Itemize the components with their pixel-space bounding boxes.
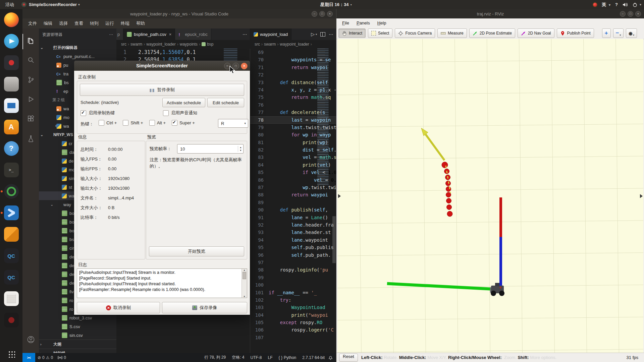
tree-item[interactable]: ⌄ 打开的编辑器 xyxy=(39,43,116,52)
menu-item[interactable]: Help xyxy=(374,20,389,26)
dock-item[interactable] xyxy=(0,95,22,116)
log-scrollbar[interactable]: ▲ ▼ xyxy=(241,269,247,298)
hotkey-select[interactable]: R▾ xyxy=(218,119,248,128)
menu-item[interactable]: 转到 xyxy=(87,19,102,27)
scroll-thumb[interactable] xyxy=(243,272,246,279)
breadcrumb-item[interactable]: swarm xyxy=(130,42,142,47)
dock-item[interactable] xyxy=(0,181,22,202)
dock-item[interactable] xyxy=(0,31,22,52)
breadcrumb-file[interactable]: bsp xyxy=(207,42,213,47)
rviz-title-bar[interactable]: traj.rviz - RViz − □ × xyxy=(336,9,644,18)
modifier-checkbox[interactable]: Shift + xyxy=(123,120,143,126)
tab-fragment[interactable]: p xyxy=(116,28,123,40)
spin-down-icon[interactable]: ▼ xyxy=(239,149,242,152)
dock-item[interactable] xyxy=(0,159,22,181)
maximize-button[interactable]: □ xyxy=(319,11,325,17)
save-recording-button[interactable]: 保存录像 xyxy=(162,302,247,313)
breadcrumb-item[interactable]: swarm xyxy=(264,42,276,47)
app-menu-button[interactable]: SimpleScreenRecorder xyxy=(29,2,77,7)
test-beaker-icon[interactable] xyxy=(22,131,39,146)
rviz-3d-viewport[interactable] xyxy=(337,39,643,353)
hotkey-enable-checkbox[interactable]: 启用录制热键 xyxy=(80,110,115,116)
maximize-button[interactable]: □ xyxy=(628,11,633,17)
start-preview-button[interactable]: 开始预览 xyxy=(149,246,244,256)
problems-indicator[interactable]: ⊘0 ⚠0 xyxy=(35,355,55,360)
eol[interactable]: LF xyxy=(266,355,275,360)
scroll-up-icon[interactable]: ▲ xyxy=(243,269,246,271)
sound-notify-checkbox[interactable]: 启用声音通知 xyxy=(163,110,197,116)
breadcrumb-item[interactable]: waypoint_loader xyxy=(146,42,175,47)
close-button[interactable]: × xyxy=(327,11,333,17)
tab-waypoint-loader[interactable]: waypoint_load xyxy=(250,28,291,40)
tree-item[interactable]: S.csv xyxy=(39,322,116,331)
menu-item[interactable]: 终端 xyxy=(118,19,132,27)
menu-item[interactable]: 文件 xyxy=(25,19,40,27)
python-interpreter[interactable]: 2.7.17 64-bit xyxy=(300,355,327,360)
log-box[interactable]: [PulseAudioInput::InputThread] Stream is… xyxy=(77,268,247,298)
preview-framerate-input[interactable]: 10 ▲▼ xyxy=(177,144,244,154)
dock-item[interactable] xyxy=(0,138,22,159)
activate-schedule-button[interactable]: Activate schedule xyxy=(162,98,205,107)
tree-item[interactable]: pure_pursuit.c... xyxy=(39,52,116,61)
interact-tool-button[interactable]: Interact xyxy=(338,28,366,38)
dock-item[interactable] xyxy=(0,245,22,266)
run-debug-icon[interactable] xyxy=(22,92,39,107)
encoding[interactable]: UTF-8 xyxy=(248,355,264,360)
bell-icon[interactable] xyxy=(328,355,333,360)
dock-item[interactable] xyxy=(0,309,22,331)
edit-schedule-button[interactable]: Edit schedule xyxy=(207,98,244,107)
spin-up-icon[interactable]: ▲ xyxy=(239,146,242,149)
tab-epuck[interactable]: epuck_robc xyxy=(175,28,211,40)
tree-item[interactable]: › 大纲 xyxy=(39,340,116,349)
menu-item[interactable]: Panels xyxy=(354,20,373,26)
publish-point-button[interactable]: Publish Point xyxy=(557,28,594,38)
modifier-checkbox[interactable]: Alt + xyxy=(149,120,166,126)
source-control-icon[interactable] xyxy=(22,72,39,87)
minimap-right[interactable] xyxy=(317,49,331,186)
breadcrumb-item[interactable]: waypoints xyxy=(180,42,198,47)
editor-actions-more-icon[interactable]: ⋯ xyxy=(243,32,247,37)
nav-goal-button[interactable]: 2D Nav Goal xyxy=(518,28,554,38)
tool-properties-button[interactable]: ◉▾ xyxy=(626,28,637,38)
accounts-icon[interactable] xyxy=(22,332,39,347)
breadcrumb-item[interactable]: waypoint_loader xyxy=(280,42,309,47)
dock-item[interactable] xyxy=(0,73,22,95)
editor-scrollbar[interactable] xyxy=(332,49,336,353)
select-tool-button[interactable]: Select xyxy=(368,28,392,38)
ssr-title-bar[interactable]: SimpleScreenRecorder − □ × xyxy=(74,61,250,71)
focus-camera-button[interactable]: Focus Camera xyxy=(395,28,435,38)
menu-item[interactable]: 选择 xyxy=(56,19,71,27)
vscode-title-bar[interactable]: waypoint_loader.py - nryp_ws - Visual St… xyxy=(22,9,336,18)
dock-item[interactable] xyxy=(0,52,22,73)
show-applications-button[interactable] xyxy=(0,347,22,361)
input-method-indicator[interactable]: 英 ▾ xyxy=(602,2,610,8)
clock[interactable]: 星期日 16：34● xyxy=(320,0,352,9)
run-python-file-icon[interactable]: ▷ xyxy=(311,32,315,37)
minimize-button[interactable]: − xyxy=(312,11,317,17)
pause-recording-button[interactable]: ▮▮ 暂停录制 xyxy=(80,84,244,96)
menu-item[interactable]: 帮助 xyxy=(133,19,148,27)
modifier-checkbox[interactable]: Ctrl + xyxy=(99,120,117,126)
cancel-recording-button[interactable]: ✕ 取消录制 xyxy=(77,302,160,313)
tree-item[interactable]: sin.csv xyxy=(39,331,116,340)
dock-item[interactable] xyxy=(0,116,22,138)
recording-indicator-icon[interactable] xyxy=(593,3,597,7)
volume-icon[interactable] xyxy=(623,2,628,7)
extensions-icon[interactable] xyxy=(22,111,39,127)
explorer-more-icon[interactable]: ⋯ xyxy=(109,32,113,37)
more-actions-icon[interactable]: ⋯ xyxy=(329,32,333,37)
search-icon[interactable] xyxy=(22,52,39,68)
reset-button[interactable]: Reset xyxy=(339,354,358,362)
measure-tool-button[interactable]: Measure xyxy=(437,28,467,38)
scrollbar-thumb[interactable] xyxy=(332,216,336,263)
language-mode[interactable]: { }Python xyxy=(276,355,299,360)
editor-python[interactable]: 69 70 waypoints = se 71 return waypoi xyxy=(250,49,336,353)
menu-item[interactable]: 查看 xyxy=(71,19,86,27)
scroll-down-icon[interactable]: ▼ xyxy=(243,295,246,298)
indentation[interactable]: 空格: 4 xyxy=(229,355,247,360)
pose-estimate-button[interactable]: 2D Pose Estimate xyxy=(469,28,515,38)
split-editor-icon[interactable] xyxy=(320,32,325,37)
add-tool-button[interactable]: + xyxy=(602,28,611,38)
tab-close-icon[interactable]: × xyxy=(169,32,172,37)
dock-item[interactable] xyxy=(0,288,22,309)
